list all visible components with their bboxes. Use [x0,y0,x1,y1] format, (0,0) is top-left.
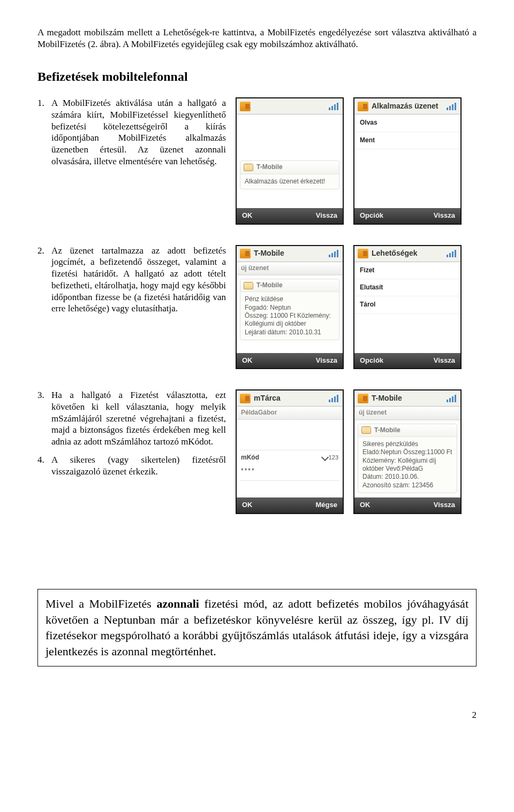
phone-softkeys: Opciók Vissza [354,208,460,224]
list-number: 2. [37,245,44,257]
message-card[interactable]: T-Mobile Pénz küldése Fogadó: Neptun Öss… [240,279,339,340]
phone-title: Alkalmazás üzenet [372,102,443,111]
password-field[interactable]: **** [237,465,343,480]
account-name: PéldaGábor [237,407,343,419]
softkey-left[interactable]: Opciók [360,356,383,365]
envelope-icon [361,426,371,434]
phone-softkeys: OK Vissza [237,208,343,224]
card-title: T-Mobile [374,426,400,434]
softkey-left[interactable]: OK [242,211,253,220]
card-body: Sikeres pénzküldés Eladó:Neptun Összeg:1… [358,437,457,493]
card-body: Alkalmazás üzenet érkezett! [240,174,339,189]
phone-screenshot: Lehetőségek Fizet Elutasít Tárol Opciók … [353,245,462,370]
envelope-icon [244,282,253,289]
list-item: 3. Ha a hallgató a Fizetést választotta,… [37,389,226,448]
sim-icon [240,394,251,403]
softkey-left[interactable]: OK [360,501,371,510]
softkey-right[interactable]: Vissza [434,356,455,365]
signal-icon [329,250,339,257]
phone-statusbar: Lehetőségek [354,246,460,262]
softkey-right[interactable]: Vissza [434,501,455,510]
note-bold: azonnali [156,597,199,610]
phone-statusbar: T-Mobile [354,390,460,407]
signal-icon [329,103,339,110]
phone-statusbar: T-Mobile [237,246,343,262]
phone-statusbar: Alkalmazás üzenet [354,98,460,114]
softkey-right[interactable]: Mégse [316,501,337,510]
list-item: 1. A MobilFizetés aktiválása után a hall… [37,97,226,167]
input-label: mKód [241,454,259,462]
note-box: Mivel a MobilFizetés azonnali fizetési m… [37,589,477,667]
phone-screenshot: Alkalmazás üzenet Olvas Ment Opciók Viss… [353,97,462,224]
message-card[interactable]: T-Mobile Sikeres pénzküldés Eladó:Neptun… [358,424,457,494]
phone-softkeys: OK Vissza [237,353,343,369]
phone-statusbar [237,98,343,114]
phone-softkeys: OK Vissza [354,497,460,513]
input-mode-indicator: 123 [322,454,338,461]
mkod-input-row[interactable]: mKód 123 [237,450,343,465]
softkey-right[interactable]: Vissza [316,356,337,365]
signal-icon [447,103,457,110]
phone-softkeys: OK Mégse [237,497,343,513]
sim-icon [358,394,368,403]
softkey-right[interactable]: Vissza [316,211,337,220]
phone-title: T-Mobile [254,249,326,258]
page-number: 2 [37,709,477,721]
subheader-new-message: új üzenet [237,262,343,275]
note-text-pre: Mivel a MobilFizetés [46,597,156,610]
message-card[interactable]: T-Mobile Alkalmazás üzenet érkezett! [240,160,339,189]
phone-softkeys: Opciók Vissza [354,353,460,369]
step-text-3: 3. Ha a hallgató a Fizetést választotta,… [37,389,226,484]
list-item: 4. A sikeres (vagy sikertelen) fizetésrő… [37,454,226,478]
sim-icon [240,249,251,258]
softkey-right[interactable]: Vissza [434,211,455,220]
step-row-3: 3. Ha a hallgató a Fizetést választotta,… [37,389,477,514]
phone-title: mTárca [254,394,326,403]
step-body: A MobilFizetés aktiválása után a hallgat… [51,98,226,166]
list-item: 2. Az üzenet tartalmazza az adott befize… [37,245,226,315]
input-mode-text: 123 [329,454,338,461]
sim-icon [240,102,251,111]
list-number: 4. [37,454,44,466]
step-body: Ha a hallgató a Fizetést választotta, ez… [51,390,226,447]
step-row-2: 2. Az üzenet tartalmazza az adott befize… [37,245,477,370]
phone-screenshot: T-Mobile új üzenet T-Mobile Sikeres pénz… [353,389,462,514]
phone-screenshot: T-Mobile új üzenet T-Mobile Pénz küldése… [236,245,344,370]
intro-paragraph: A megadott mobilszám mellett a Lehetőség… [37,27,477,50]
menu-item-store[interactable]: Tárol [354,296,460,313]
phone-screenshot: T-Mobile Alkalmazás üzenet érkezett! OK … [236,97,344,224]
step-text-2: 2. Az üzenet tartalmazza az adott befize… [37,245,226,321]
menu-item-pay[interactable]: Fizet [354,262,460,279]
sim-icon [358,102,368,111]
phone-title: Lehetőségek [372,249,443,258]
menu-item-save[interactable]: Ment [354,132,460,149]
signal-icon [329,395,339,402]
card-title: T-Mobile [256,163,283,171]
subheader-new-message: új üzenet [354,407,460,419]
step-row-1: 1. A MobilFizetés aktiválása után a hall… [37,97,477,224]
menu-item-reject[interactable]: Elutasít [354,279,460,296]
phone-title: T-Mobile [372,394,443,403]
sim-icon [358,249,368,258]
phone-screenshot: mTárca PéldaGábor mKód 123 **** [236,389,344,514]
envelope-icon [244,164,253,171]
list-number: 1. [37,97,44,109]
softkey-left[interactable]: OK [242,501,253,510]
step-body: A sikeres (vagy sikertelen) fizetésről v… [51,455,226,477]
signal-icon [447,395,457,402]
phone-statusbar: mTárca [237,390,343,407]
card-body: Pénz küldése Fogadó: Neptun Összeg: 1100… [240,292,339,340]
menu-item-read[interactable]: Olvas [354,114,460,132]
softkey-left[interactable]: OK [242,356,253,365]
section-heading: Befizetések mobiltelefonnal [37,68,477,85]
step-text-1: 1. A MobilFizetés aktiválása után a hall… [37,97,226,174]
softkey-left[interactable]: Opciók [360,211,383,220]
signal-icon [447,250,457,257]
pencil-icon [321,454,329,461]
step-body: Az üzenet tartalmazza az adott befizetés… [51,246,226,314]
card-title: T-Mobile [256,281,283,289]
list-number: 3. [37,389,44,401]
